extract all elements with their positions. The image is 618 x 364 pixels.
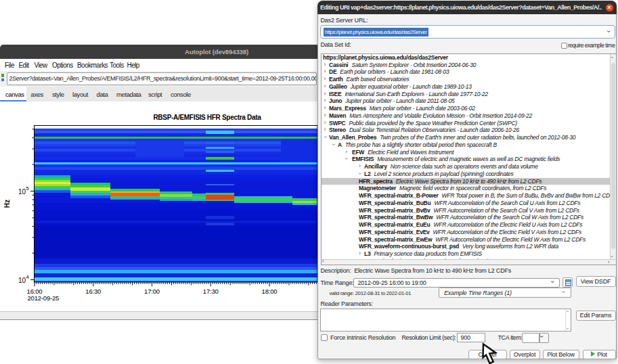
svg-text:5: 5 xyxy=(26,185,29,191)
svg-text:10: 10 xyxy=(18,277,26,284)
svg-text:2012-09-25: 2012-09-25 xyxy=(28,294,60,302)
svg-text:18:00: 18:00 xyxy=(262,288,278,295)
svg-text:RBSP-A/EMFISIS HFR Spectra Dat: RBSP-A/EMFISIS HFR Spectra Data xyxy=(153,114,261,121)
svg-text:17:00: 17:00 xyxy=(144,288,160,295)
svg-text:4: 4 xyxy=(26,274,29,280)
svg-text:16:30: 16:30 xyxy=(85,288,101,295)
svg-text:10: 10 xyxy=(18,188,26,196)
svg-text:17:30: 17:30 xyxy=(203,288,219,295)
svg-text:Hz: Hz xyxy=(3,200,11,208)
